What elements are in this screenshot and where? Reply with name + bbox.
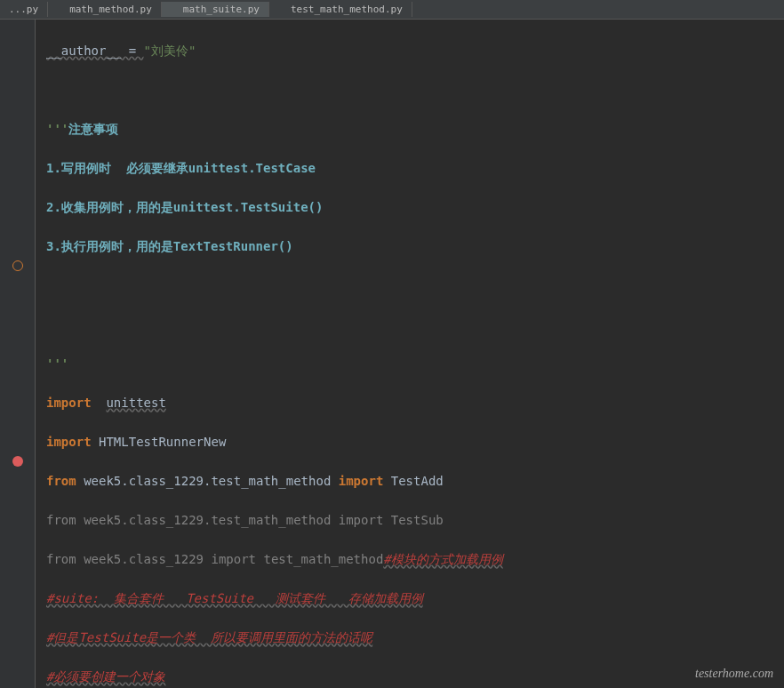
breakpoint-icon[interactable] (12, 456, 23, 467)
python-icon (171, 5, 180, 14)
warning-circle-icon (12, 260, 23, 271)
editor-pane: __author__ = "刘美伶" '''注意事项 1.写用例时 必须要继承u… (0, 20, 784, 688)
tab-file-4[interactable]: test_math_method.py (269, 2, 412, 17)
tab-file-3[interactable]: math_suite.py (162, 2, 269, 17)
gutter[interactable] (0, 20, 36, 688)
tab-file-1[interactable]: ...py (0, 2, 48, 17)
python-icon (278, 5, 287, 14)
python-icon (57, 5, 66, 14)
code-area[interactable]: __author__ = "刘美伶" '''注意事项 1.写用例时 必须要继承u… (36, 20, 784, 688)
watermark-text: testerhome.com (695, 667, 773, 681)
tab-file-2[interactable]: math_method.py (48, 2, 162, 17)
editor-tabs: ...py math_method.py math_suite.py test_… (0, 0, 784, 20)
